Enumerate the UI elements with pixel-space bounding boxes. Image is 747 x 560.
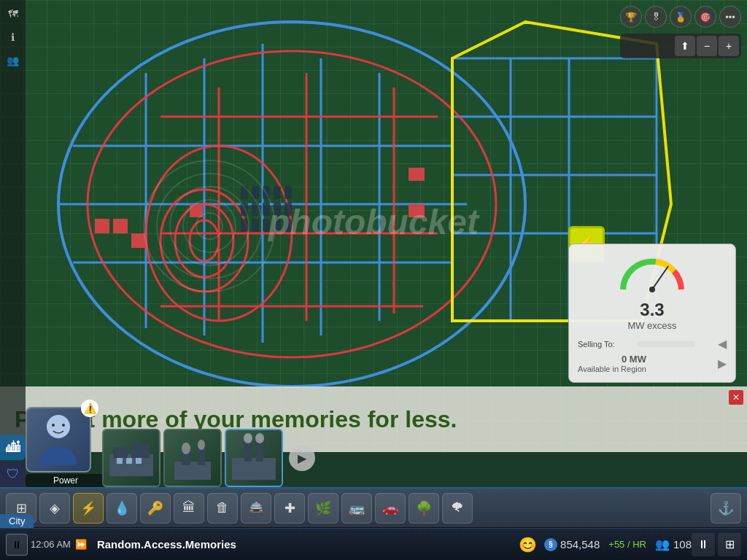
simoleon-icon: § — [544, 538, 557, 551]
svg-rect-29 — [190, 204, 203, 217]
selling-bar — [637, 341, 695, 347]
svg-rect-28 — [131, 233, 146, 248]
ad-close-button[interactable]: ✕ — [729, 390, 743, 405]
money-amount: 854,548 — [560, 538, 600, 551]
tool-health[interactable]: ✚ — [274, 493, 305, 524]
svg-rect-38 — [252, 203, 259, 216]
svg-rect-58 — [113, 447, 128, 458]
building-thumb-2[interactable] — [163, 429, 222, 487]
city-name-display: Random.Access.Memories — [97, 538, 507, 551]
tool-bus[interactable]: 🚌 — [341, 493, 372, 524]
svg-rect-41 — [285, 203, 292, 216]
svg-point-54 — [47, 415, 70, 438]
tool-nature[interactable]: 🌳 — [409, 493, 439, 524]
svg-point-55 — [52, 424, 55, 427]
building-bar: ▶ — [102, 429, 318, 487]
city-tab-label: City — [9, 516, 25, 526]
building-2-svg — [167, 432, 218, 483]
svg-rect-32 — [241, 186, 248, 199]
avatar-label: Power — [26, 474, 106, 487]
power-value: 3.3 — [578, 300, 727, 320]
speed-2-button[interactable]: − — [697, 36, 717, 56]
svg-point-71 — [244, 433, 252, 443]
svg-rect-62 — [136, 458, 142, 464]
svg-rect-63 — [174, 462, 211, 480]
tool-police[interactable]: 🚔 — [241, 493, 271, 524]
svg-line-52 — [652, 266, 668, 289]
power-unit: MW excess — [578, 320, 727, 331]
tool-government[interactable]: 🏛 — [174, 493, 204, 524]
svg-rect-68 — [232, 458, 276, 480]
selling-label: Selling To: — [578, 340, 615, 349]
avatar-area: ⚠️ Power — [26, 407, 106, 487]
svg-rect-61 — [126, 458, 132, 464]
tool-bar: ⊞ ◈ ⚡ 💧 🔑 🏛 🗑 🚔 ✚ 🌿 🚌 🚗 🌳 🌪 ⚓ — [0, 487, 747, 528]
svg-rect-26 — [95, 219, 109, 233]
info-icon[interactable]: ℹ — [3, 27, 23, 47]
warning-icon: ⚠️ — [81, 400, 98, 417]
layers-button[interactable]: ⊞ — [718, 533, 741, 556]
more-icon[interactable]: ••• — [719, 6, 741, 28]
trophy-icon[interactable]: 🥇 — [670, 6, 692, 28]
tool-fire[interactable]: 🔑 — [140, 493, 171, 524]
svg-rect-34 — [263, 186, 270, 199]
population-display: 👥 108 — [655, 537, 692, 551]
tool-zones[interactable]: ◈ — [39, 493, 70, 524]
tool-transit[interactable]: 🚗 — [375, 493, 406, 524]
population-count: 108 — [673, 538, 692, 551]
svg-point-53 — [649, 287, 655, 292]
people-icon[interactable]: 👥 — [3, 50, 23, 71]
target-icon[interactable]: 🎯 — [694, 6, 716, 28]
svg-rect-30 — [409, 168, 425, 181]
selling-prev-button[interactable]: ◀ — [718, 337, 727, 351]
speed-1-button[interactable]: ⬆ — [675, 36, 695, 56]
tool-disaster[interactable]: 🌪 — [442, 493, 473, 524]
svg-rect-60 — [117, 458, 123, 464]
pause-bars-button[interactable]: ⏸ — [692, 533, 715, 556]
simoleons-display: § 854,548 — [544, 538, 600, 551]
fast-forward-controls: ⏩ — [74, 537, 88, 551]
svg-rect-42 — [241, 219, 248, 232]
pause-button[interactable]: ⏸ — [6, 534, 28, 556]
badge-icon[interactable]: 🎖 — [645, 6, 667, 28]
game-time: 12:06 AM — [31, 539, 71, 550]
building-thumb-3[interactable] — [225, 429, 283, 487]
svg-rect-46 — [285, 219, 292, 232]
building-1-svg — [106, 432, 157, 483]
play-button[interactable]: ▶ — [289, 445, 315, 471]
play-button-container: ▶ — [289, 445, 315, 471]
svg-rect-39 — [263, 203, 270, 216]
happiness-icon: 😊 — [519, 536, 537, 553]
tool-water[interactable]: 💧 — [107, 493, 137, 524]
power-panel: 3.3 MW excess Selling To: ◀ 0 MW Availab… — [568, 244, 736, 383]
game-map[interactable]: photobucket ⚡ 🏆 🎖 🥇 🎯 ••• ⬆ − + 🗺 ℹ 👥 — [0, 0, 747, 452]
city-tab[interactable]: City — [0, 514, 34, 528]
svg-point-66 — [182, 443, 190, 454]
tool-harbor[interactable]: ⚓ — [711, 493, 741, 524]
speed-3-button[interactable]: + — [719, 36, 739, 56]
power-gauge-svg — [616, 253, 689, 297]
svg-rect-44 — [263, 219, 270, 232]
selling-row: Selling To: ◀ — [578, 337, 727, 351]
tool-parks[interactable]: 🌿 — [308, 493, 338, 524]
city-selector: 🏙 🛡 — [0, 435, 26, 487]
avatar-person-svg — [33, 411, 84, 469]
tool-power[interactable]: ⚡ — [73, 493, 104, 524]
building-thumb-1[interactable] — [102, 429, 160, 487]
tool-demolish[interactable]: 🗑 — [207, 493, 238, 524]
status-right-icons: ⏸ ⊞ — [692, 533, 741, 556]
svg-rect-59 — [131, 443, 150, 458]
top-right-controls: 🏆 🎖 🥇 🎯 ••• ⬆ − + — [620, 6, 741, 58]
svg-point-72 — [255, 433, 264, 443]
city-select-button[interactable]: 🏙 — [0, 435, 26, 460]
shield-button[interactable]: 🛡 — [0, 462, 26, 487]
selling-next-button[interactable]: ▶ — [718, 357, 727, 370]
left-sidebar: 🗺 ℹ 👥 — [0, 0, 26, 452]
achievement-icon[interactable]: 🏆 — [620, 6, 642, 28]
svg-rect-31 — [409, 204, 425, 217]
svg-point-56 — [62, 424, 65, 427]
fast-forward-button[interactable]: ⏩ — [74, 537, 88, 551]
svg-rect-36 — [285, 186, 292, 199]
svg-rect-33 — [252, 186, 259, 199]
map-icon[interactable]: 🗺 — [3, 4, 23, 24]
